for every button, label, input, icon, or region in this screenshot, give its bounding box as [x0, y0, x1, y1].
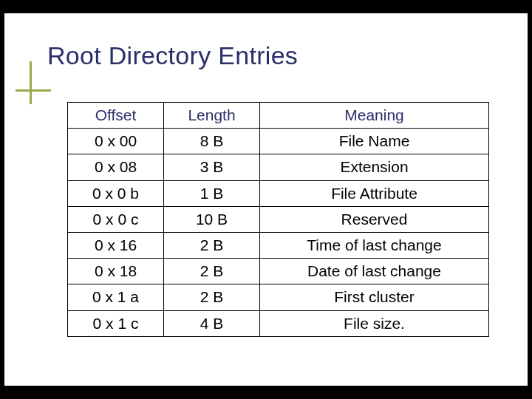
cell-length: 8 B — [164, 129, 260, 154]
table-row: 0 x 08 3 B Extension — [68, 154, 489, 180]
cell-length: 1 B — [164, 180, 260, 206]
cell-length: 2 B — [164, 284, 260, 310]
cell-length: 10 B — [164, 206, 260, 232]
cell-length: 4 B — [164, 310, 260, 336]
cell-meaning: File size. — [260, 310, 489, 336]
col-header-length: Length — [164, 103, 260, 129]
cell-length: 2 B — [164, 232, 260, 258]
cell-offset: 0 x 18 — [68, 259, 164, 284]
table-row: 0 x 0 b 1 B File Attribute — [68, 180, 489, 206]
cell-meaning: Reserved — [260, 206, 489, 232]
cell-meaning: File Name — [260, 129, 489, 154]
table-row: 0 x 0 c 10 B Reserved — [68, 206, 489, 232]
cell-length: 2 B — [164, 259, 260, 284]
cell-meaning: Extension — [260, 154, 489, 180]
accent-horizontal — [16, 89, 51, 92]
cell-offset: 0 x 1 c — [68, 310, 164, 336]
table-row: 0 x 18 2 B Date of last change — [68, 259, 489, 284]
cell-offset: 0 x 16 — [68, 232, 164, 258]
cell-offset: 0 x 0 c — [68, 206, 164, 232]
cell-meaning: File Attribute — [260, 180, 489, 206]
cell-offset: 0 x 1 a — [68, 284, 164, 310]
cell-meaning: Time of last change — [260, 232, 489, 258]
table-row: 0 x 1 a 2 B First cluster — [68, 284, 489, 310]
table-row: 0 x 1 c 4 B File size. — [68, 310, 489, 336]
cell-meaning: First cluster — [260, 284, 489, 310]
col-header-offset: Offset — [68, 103, 164, 129]
cell-offset: 0 x 0 b — [68, 180, 164, 206]
table-header-row: Offset Length Meaning — [68, 103, 489, 129]
cell-meaning: Date of last change — [260, 259, 489, 284]
col-header-meaning: Meaning — [260, 103, 489, 129]
cell-offset: 0 x 00 — [68, 129, 164, 154]
slide: Root Directory Entries Offset Length Mea… — [4, 13, 528, 386]
accent-vertical — [30, 61, 32, 104]
directory-entries-table: Offset Length Meaning 0 x 00 8 B File Na… — [67, 102, 489, 337]
slide-title: Root Directory Entries — [47, 41, 298, 70]
table-row: 0 x 16 2 B Time of last change — [68, 232, 489, 258]
cell-length: 3 B — [164, 154, 260, 180]
cell-offset: 0 x 08 — [68, 154, 164, 180]
table-row: 0 x 00 8 B File Name — [68, 129, 489, 154]
